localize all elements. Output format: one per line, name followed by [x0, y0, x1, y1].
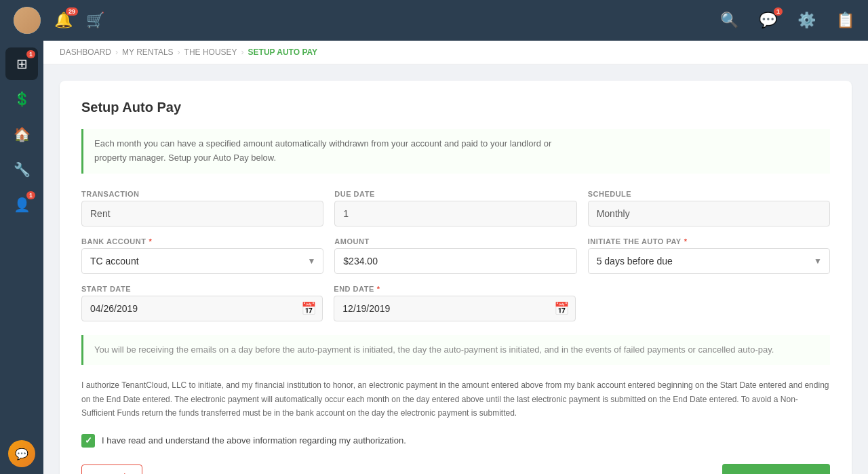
- end-date-field: END DATE* 📅: [334, 285, 575, 321]
- notifications-badge: 29: [66, 7, 78, 16]
- due-date-input: [334, 201, 576, 226]
- messages-badge: 1: [774, 7, 783, 16]
- transaction-label: TRANSACTION: [81, 190, 323, 198]
- dashboard-badge: 1: [26, 50, 35, 58]
- breadcrumb-sep-3: ›: [241, 47, 244, 57]
- profile-icon: 👤: [14, 197, 31, 213]
- logout-icon[interactable]: 📋: [836, 12, 854, 29]
- initiate-label: INITIATE THE AUTO PAY*: [588, 237, 830, 245]
- end-date-input[interactable]: [334, 296, 575, 321]
- authorization-checkbox[interactable]: [81, 434, 95, 448]
- bank-account-label: BANK ACCOUNT*: [81, 237, 323, 245]
- schedule-input: [588, 201, 830, 226]
- transaction-input: [81, 201, 323, 226]
- info-description: Each month you can have a specified amou…: [81, 129, 830, 174]
- payments-icon: 💲: [14, 91, 31, 107]
- breadcrumb-housey[interactable]: THE HOUSEY: [184, 47, 237, 57]
- start-date-field: START DATE 📅: [81, 285, 323, 321]
- amount-label: AMOUNT: [334, 237, 576, 245]
- messages-icon[interactable]: 💬 1: [759, 12, 777, 29]
- sidebar-item-rentals[interactable]: 🏠: [5, 118, 38, 151]
- breadcrumb: DASHBOARD › MY RENTALS › THE HOUSEY › SE…: [43, 41, 868, 64]
- end-date-required-star: *: [377, 285, 380, 293]
- checkbox-label: I have read and understand the above inf…: [102, 435, 406, 446]
- amount-input[interactable]: [334, 248, 576, 274]
- transaction-field: TRANSACTION: [81, 190, 323, 226]
- avatar[interactable]: [14, 7, 41, 34]
- breadcrumb-sep-2: ›: [178, 47, 180, 57]
- sidebar-user-avatar[interactable]: 💬: [8, 440, 35, 467]
- sidebar: ⊞ 1 💲 🏠 🔧 👤 1 💬: [0, 41, 43, 474]
- tools-icon: 🔧: [14, 161, 31, 178]
- start-date-input[interactable]: [81, 296, 323, 321]
- schedule-field: SCHEDULE: [588, 190, 830, 226]
- bank-account-select[interactable]: TC account Other account: [81, 248, 323, 274]
- bank-account-field: BANK ACCOUNT* TC account Other account ▼: [81, 237, 323, 274]
- sidebar-item-maintenance[interactable]: 🔧: [5, 153, 38, 186]
- page-title: Setup Auto Pay: [81, 100, 830, 115]
- due-date-label: DUE DATE: [334, 190, 576, 198]
- breadcrumb-current: SETUP AUTO PAY: [248, 47, 317, 57]
- notifications-bell[interactable]: 🔔 29: [54, 12, 73, 29]
- settings-icon[interactable]: ⚙️: [797, 12, 816, 29]
- end-date-label: END DATE*: [334, 285, 575, 293]
- support-icon: 💬: [15, 448, 28, 460]
- setup-autopay-card: Setup Auto Pay Each month you can have a…: [60, 81, 852, 474]
- bank-required-star: *: [149, 237, 152, 245]
- authorization-checkbox-row: I have read and understand the above inf…: [81, 434, 830, 448]
- action-row: cancel setup auto pay: [81, 464, 830, 474]
- start-date-calendar-icon[interactable]: 📅: [301, 301, 316, 316]
- setup-autopay-button[interactable]: setup auto pay: [722, 464, 830, 474]
- dashboard-icon: ⊞: [16, 56, 28, 72]
- sidebar-item-dashboard[interactable]: ⊞ 1: [5, 47, 38, 80]
- due-date-field: DUE DATE: [334, 190, 576, 226]
- schedule-label: SCHEDULE: [588, 190, 830, 198]
- end-date-calendar-icon[interactable]: 📅: [554, 301, 569, 316]
- description-text: Each month you can have a specified amou…: [94, 137, 819, 165]
- initiate-required-star: *: [684, 237, 688, 245]
- home-icon: 🏠: [14, 126, 31, 142]
- top-navigation: 🔔 29 🛒 🔍 💬 1 ⚙️ 📋: [0, 0, 868, 41]
- search-icon[interactable]: 🔍: [720, 12, 738, 29]
- sidebar-item-profile[interactable]: 👤 1: [5, 189, 38, 221]
- amount-field: AMOUNT: [334, 237, 576, 274]
- breadcrumb-my-rentals[interactable]: MY RENTALS: [122, 47, 174, 57]
- notice-block: You will be receiving the emails on a da…: [81, 335, 830, 366]
- legal-text: I authorize TenantCloud, LLC to initiate…: [81, 378, 830, 420]
- cart-icon[interactable]: 🛒: [86, 12, 104, 29]
- initiate-select[interactable]: 1 day before due 3 days before due 5 day…: [588, 248, 830, 274]
- cancel-button[interactable]: cancel: [81, 465, 142, 474]
- breadcrumb-sep-1: ›: [115, 47, 118, 57]
- start-date-label: START DATE: [81, 285, 323, 293]
- notice-text: You will be receiving the emails on a da…: [94, 343, 819, 357]
- sidebar-item-payments[interactable]: 💲: [5, 83, 38, 115]
- breadcrumb-dashboard[interactable]: DASHBOARD: [60, 47, 111, 57]
- initiate-field: INITIATE THE AUTO PAY* 1 day before due …: [588, 237, 830, 274]
- profile-badge: 1: [26, 191, 35, 199]
